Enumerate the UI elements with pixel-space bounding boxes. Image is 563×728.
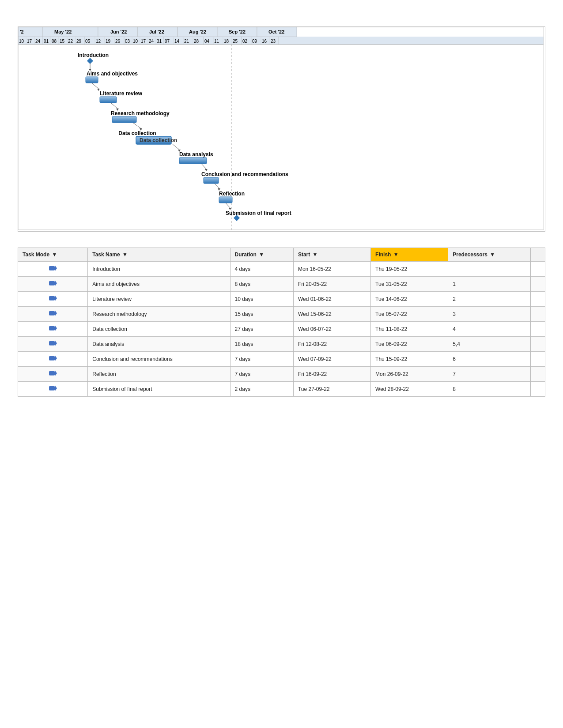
svg-rect-129 — [49, 386, 55, 390]
task-mode-icon — [49, 356, 57, 363]
svg-marker-130 — [55, 385, 57, 391]
task-duration-cell: 8 days — [230, 277, 293, 292]
table-row: Aims and objectives8 daysFri 20-05-22Tue… — [18, 277, 545, 292]
col-header-name[interactable]: Task Name ▼ — [88, 248, 230, 262]
task-mode-icon — [49, 266, 57, 273]
task-duration-cell: 10 days — [230, 292, 293, 307]
task-extra-cell — [530, 367, 545, 382]
col-header-duration[interactable]: Duration ▼ — [230, 248, 293, 262]
task-finish-cell: Tue 05-07-22 — [371, 307, 448, 322]
svg-text:Introduction: Introduction — [78, 52, 109, 58]
svg-marker-124 — [55, 340, 57, 346]
svg-rect-117 — [49, 296, 55, 300]
svg-text:03: 03 — [125, 39, 130, 44]
task-name-cell: Conclusion and recommendations — [88, 352, 230, 367]
svg-text:May '22: May '22 — [54, 29, 72, 34]
svg-marker-120 — [55, 310, 57, 316]
svg-text:05: 05 — [85, 39, 91, 44]
svg-marker-128 — [55, 370, 57, 376]
name-col-dropdown[interactable]: ▼ — [122, 251, 128, 258]
svg-marker-122 — [55, 325, 57, 331]
task-finish-cell: Thu 15-09-22 — [371, 352, 448, 367]
svg-text:Aug '22: Aug '22 — [189, 29, 206, 34]
table-row: Conclusion and recommendations7 daysWed … — [18, 352, 545, 367]
pred-col-dropdown[interactable]: ▼ — [490, 251, 495, 258]
task-extra-cell — [530, 262, 545, 277]
task-duration-cell: 4 days — [230, 262, 293, 277]
task-start-cell: Wed 06-07-22 — [293, 322, 370, 337]
task-finish-cell: Thu 19-05-22 — [371, 262, 448, 277]
duration-col-dropdown[interactable]: ▼ — [259, 251, 264, 258]
svg-rect-115 — [49, 281, 55, 285]
col-header-mode[interactable]: Task Mode ▼ — [18, 248, 88, 262]
finish-col-dropdown[interactable]: ▼ — [393, 251, 399, 258]
table-row: Data analysis18 daysFri 12-08-22Tue 06-0… — [18, 337, 545, 352]
task-mode-icon — [49, 372, 57, 378]
task-predecessors-cell: 1 — [448, 277, 530, 292]
col-header-predecessors[interactable]: Predecessors ▼ — [448, 248, 530, 262]
svg-text:26: 26 — [115, 39, 121, 44]
task-mode-icon — [49, 281, 57, 288]
task-mode-cell — [18, 352, 88, 367]
task-start-cell: Fri 20-05-22 — [293, 277, 370, 292]
task-start-cell: Fri 12-08-22 — [293, 337, 370, 352]
svg-text:17: 17 — [27, 39, 32, 44]
svg-text:Reflection: Reflection — [219, 191, 245, 197]
col-header-finish[interactable]: Finish ▼ — [371, 248, 448, 262]
task-name-cell: Reflection — [88, 367, 230, 382]
svg-rect-119 — [49, 311, 55, 315]
svg-text:12: 12 — [96, 39, 101, 44]
task-finish-cell: Tue 14-06-22 — [371, 292, 448, 307]
table-row: Introduction4 daysMon 16-05-22Thu 19-05-… — [18, 262, 545, 277]
task-extra-cell — [530, 337, 545, 352]
mode-col-dropdown[interactable]: ▼ — [52, 251, 57, 258]
svg-marker-116 — [55, 280, 57, 286]
svg-text:24: 24 — [35, 39, 41, 44]
task-mode-cell — [18, 322, 88, 337]
task-start-cell: Wed 01-06-22 — [293, 292, 370, 307]
finish-col-label: Finish — [375, 251, 391, 258]
task-duration-cell: 7 days — [230, 352, 293, 367]
svg-text:14: 14 — [174, 39, 180, 44]
task-duration-cell: 7 days — [230, 367, 293, 382]
task-name-cell: Research methodology — [88, 307, 230, 322]
task-finish-cell: Tue 06-09-22 — [371, 337, 448, 352]
svg-text:22: 22 — [68, 39, 73, 44]
task-finish-cell: Mon 26-09-22 — [371, 367, 448, 382]
svg-rect-90 — [112, 116, 136, 123]
task-duration-cell: 27 days — [230, 322, 293, 337]
svg-text:21: 21 — [184, 39, 189, 44]
task-name-cell: Submission of final report — [88, 382, 230, 397]
svg-text:Oct '22: Oct '22 — [268, 29, 284, 34]
svg-rect-123 — [49, 341, 55, 345]
table-row: Data collection27 daysWed 06-07-22Thu 11… — [18, 322, 545, 337]
task-mode-cell — [18, 382, 88, 397]
task-predecessors-cell: 3 — [448, 307, 530, 322]
col-header-start[interactable]: Start ▼ — [293, 248, 370, 262]
start-col-label: Start — [298, 251, 310, 258]
task-extra-cell — [530, 322, 545, 337]
task-mode-cell — [18, 292, 88, 307]
svg-text:Data collection: Data collection — [140, 137, 177, 143]
svg-marker-118 — [55, 295, 57, 301]
task-extra-cell — [530, 382, 545, 397]
svg-text:04: 04 — [204, 39, 210, 44]
start-col-dropdown[interactable]: ▼ — [313, 251, 318, 258]
task-duration-cell: 18 days — [230, 337, 293, 352]
svg-rect-107 — [219, 197, 232, 203]
svg-text:25: 25 — [233, 39, 238, 44]
task-start-cell: Mon 16-05-22 — [293, 262, 370, 277]
svg-rect-82 — [86, 77, 98, 83]
table-row: Reflection7 daysFri 16-09-22Mon 26-09-22… — [18, 367, 545, 382]
svg-text:01: 01 — [44, 39, 49, 44]
task-name-cell: Aims and objectives — [88, 277, 230, 292]
task-finish-cell: Wed 28-09-22 — [371, 382, 448, 397]
svg-rect-86 — [100, 97, 117, 103]
svg-text:Sep '22: Sep '22 — [229, 29, 246, 34]
svg-text:19: 19 — [106, 39, 111, 44]
svg-rect-103 — [204, 177, 219, 184]
svg-text:28: 28 — [194, 39, 199, 44]
task-start-cell: Wed 15-06-22 — [293, 307, 370, 322]
gantt-chart: '2 May '22 Jun '22 Jul '22 Aug '22 Sep '… — [18, 26, 545, 232]
task-mode-cell — [18, 367, 88, 382]
